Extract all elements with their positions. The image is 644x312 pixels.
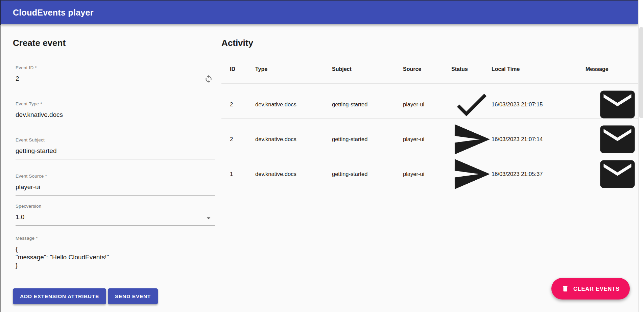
clear-events-label: CLEAR EVENTS (573, 286, 620, 292)
message-field[interactable]: Message * { "message": "Hello CloudEvent… (16, 236, 215, 274)
row-local-time: 16/03/2023 21:07:14 (492, 136, 586, 142)
event-type-label: Event Type * (16, 101, 215, 106)
send-icon (451, 119, 492, 159)
row-local-time: 16/03/2023 21:05:37 (492, 171, 586, 177)
row-type: dev.knative.docs (255, 171, 332, 177)
window-edge-gray (0, 25, 1, 312)
row-type: dev.knative.docs (255, 101, 332, 108)
message-label: Message * (16, 236, 215, 241)
trash-icon (562, 285, 569, 293)
column-header-local-time: Local Time (492, 66, 586, 72)
column-header-type: Type (255, 66, 332, 72)
send-event-label: SEND EVENT (115, 293, 151, 300)
row-source: player-ui (403, 171, 451, 177)
sync-icon[interactable] (204, 75, 213, 83)
table-row: 2 dev.knative.docs getting-started playe… (221, 84, 638, 119)
activity-table-header: ID Type Subject Source Status Local Time… (221, 55, 638, 84)
row-type: dev.knative.docs (255, 136, 332, 142)
column-header-id: ID (221, 66, 255, 72)
vertical-scrollbar[interactable] (638, 0, 644, 312)
activity-title: Activity (221, 38, 638, 48)
email-icon[interactable] (597, 153, 638, 195)
create-event-panel: Create event Event ID * 2 Event Type * d… (13, 38, 216, 304)
row-subject: getting-started (332, 136, 403, 142)
app-bar: CloudEvents player (0, 0, 638, 24)
table-row: 1 dev.knative.docs getting-started playe… (221, 153, 638, 188)
specversion-select[interactable]: Specversion 1.0 (16, 204, 215, 226)
column-header-source: Source (403, 66, 451, 72)
event-id-value[interactable]: 2 (16, 75, 215, 82)
message-value[interactable]: { "message": "Hello CloudEvents!" } (16, 245, 215, 269)
event-subject-label: Event Subject (16, 137, 215, 142)
row-subject: getting-started (332, 171, 403, 177)
clear-events-button[interactable]: CLEAR EVENTS (551, 278, 630, 300)
create-event-title: Create event (13, 38, 216, 48)
scrollbar-thumb[interactable] (639, 27, 643, 118)
event-subject-value[interactable]: getting-started (16, 147, 215, 155)
row-id: 1 (221, 171, 255, 177)
dropdown-arrow-icon[interactable] (204, 214, 213, 223)
row-local-time: 16/03/2023 21:07:15 (492, 101, 586, 108)
add-extension-attribute-label: ADD EXTENSION ATTRIBUTE (20, 293, 99, 300)
column-header-subject: Subject (332, 66, 403, 72)
table-row: 2 dev.knative.docs getting-started playe… (221, 119, 638, 153)
check-icon (451, 84, 492, 125)
row-source: player-ui (403, 101, 451, 108)
specversion-value[interactable]: 1.0 (16, 213, 215, 221)
activity-panel: Activity ID Type Subject Source Status L… (221, 38, 638, 188)
event-subject-field[interactable]: Event Subject getting-started (16, 137, 215, 159)
send-icon (451, 154, 492, 194)
row-subject: getting-started (332, 101, 403, 108)
row-id: 2 (221, 136, 255, 142)
column-header-status: Status (451, 66, 492, 72)
event-source-value[interactable]: player-ui (16, 183, 215, 191)
window-edge-dark (0, 0, 1, 25)
event-id-field[interactable]: Event ID * 2 (16, 65, 215, 87)
event-id-label: Event ID * (16, 65, 215, 70)
app-title: CloudEvents player (13, 8, 94, 18)
form-button-row: ADD EXTENSION ATTRIBUTE SEND EVENT (13, 288, 216, 304)
event-type-field[interactable]: Event Type * dev.knative.docs (16, 101, 215, 123)
event-source-label: Event Source * (16, 174, 215, 179)
event-type-value[interactable]: dev.knative.docs (16, 111, 215, 119)
row-id: 2 (221, 101, 255, 108)
row-source: player-ui (403, 136, 451, 142)
column-header-message: Message (586, 66, 638, 72)
send-event-button[interactable]: SEND EVENT (108, 288, 158, 304)
specversion-label: Specversion (16, 204, 215, 209)
event-source-field[interactable]: Event Source * player-ui (16, 174, 215, 196)
add-extension-attribute-button[interactable]: ADD EXTENSION ATTRIBUTE (13, 288, 106, 304)
